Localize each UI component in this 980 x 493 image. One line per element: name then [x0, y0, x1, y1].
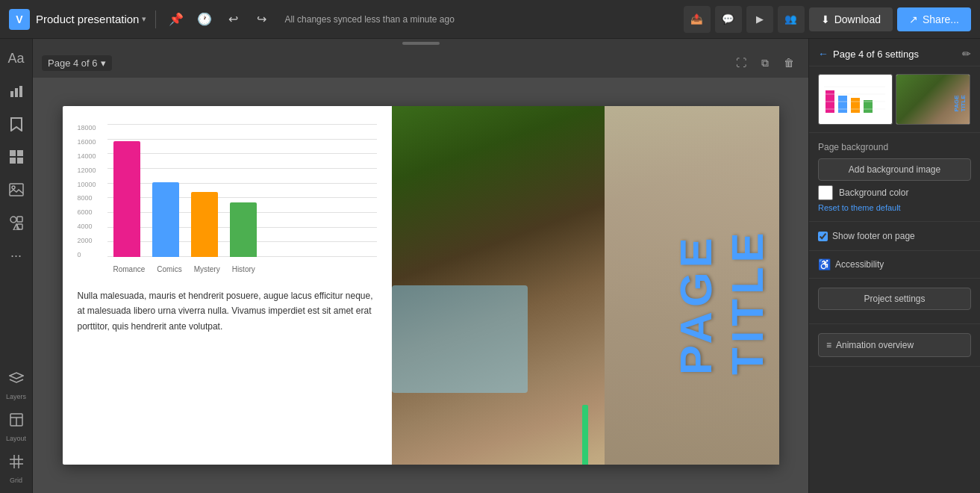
sidebar-item-bookmark[interactable]	[3, 111, 30, 137]
show-footer-checkbox[interactable]	[818, 232, 828, 241]
title-chevron-icon: ▾	[142, 14, 146, 24]
y-label-8000: 8000	[78, 194, 106, 202]
download-button[interactable]: ⬇ Download	[809, 7, 893, 31]
redo-button[interactable]: ↪	[250, 8, 272, 31]
page-background-label: Page background	[818, 142, 971, 152]
grid-label: Grid	[10, 477, 22, 484]
svg-rect-21	[838, 96, 847, 113]
thumbnail-1[interactable]	[818, 74, 893, 125]
sidebar-item-image[interactable]	[3, 176, 30, 203]
divider-1	[155, 10, 156, 28]
thumbnail-title: PAGE TITLE	[953, 87, 967, 112]
show-footer-label: Show footer on page	[832, 231, 915, 241]
svg-rect-1	[15, 88, 18, 97]
animation-icon: ≡	[826, 340, 831, 350]
grid-icon[interactable]	[3, 448, 30, 475]
y-label-2000: 2000	[78, 237, 106, 244]
fullscreen-button[interactable]: ⛶	[731, 52, 752, 73]
show-footer-row: Show footer on page	[818, 231, 971, 241]
slide-body-text: Nulla malesuada, mauris et hendrerit pos…	[78, 288, 378, 334]
bookmark-icon[interactable]	[3, 111, 30, 137]
chart-plot-area	[107, 124, 378, 257]
scroll-indicator	[33, 39, 808, 48]
x-label-comics: Comics	[157, 265, 181, 273]
sync-status: All changes synced less than a minute ag…	[284, 14, 677, 25]
download-icon: ⬇	[821, 13, 830, 25]
reset-to-theme-default-link[interactable]: Reset to theme default	[818, 203, 971, 212]
sidebar-item-layout[interactable]: Layout	[3, 406, 30, 442]
sidebar-item-layout-grid[interactable]	[3, 143, 30, 170]
slide[interactable]: 18000 16000 14000 12000 10000 8000 6000 …	[63, 106, 779, 465]
svg-point-9	[10, 217, 16, 223]
main-layout: Aa ···	[0, 39, 980, 493]
share-label: Share...	[923, 13, 959, 25]
publish-icon-button[interactable]: 📤	[684, 6, 711, 33]
background-color-swatch[interactable]	[818, 185, 833, 200]
thumbnail-2[interactable]: PAGE TITLE	[896, 74, 970, 125]
y-axis: 18000 16000 14000 12000 10000 8000 6000 …	[78, 124, 106, 258]
slide-photo-area: PAGE TITLE	[392, 106, 778, 465]
pin-button[interactable]: 📌	[165, 8, 187, 31]
add-background-image-button[interactable]: Add background image	[818, 158, 971, 181]
sidebar-item-text[interactable]: Aa	[3, 45, 30, 72]
x-label-comics-group: Comics	[157, 265, 181, 273]
project-settings-button[interactable]: Project settings	[818, 288, 971, 310]
svg-rect-2	[19, 86, 22, 97]
sidebar-item-layers[interactable]: Layers	[3, 365, 30, 400]
layout-grid-icon[interactable]	[3, 143, 30, 170]
share-button[interactable]: ↗ Share...	[897, 7, 971, 31]
show-footer-section: Show footer on page	[809, 222, 980, 251]
slide-left-panel: 18000 16000 14000 12000 10000 8000 6000 …	[63, 106, 393, 465]
x-label-romance: Romance	[113, 265, 146, 273]
y-label-6000: 6000	[78, 208, 106, 216]
y-label-0: 0	[78, 251, 106, 258]
presentation-title-group[interactable]: Product presentation ▾	[36, 13, 146, 25]
sidebar-item-elements[interactable]	[3, 209, 30, 236]
bar-history-rect	[230, 202, 257, 257]
svg-rect-3	[10, 150, 16, 156]
svg-rect-10	[17, 217, 22, 222]
collaborators-button[interactable]: 👥	[778, 6, 805, 33]
sidebar-item-analytics[interactable]	[3, 78, 30, 105]
history-button[interactable]: 🕐	[193, 8, 216, 31]
comments-button[interactable]: 💬	[715, 6, 742, 33]
layers-icon[interactable]	[3, 365, 30, 391]
svg-rect-7	[10, 184, 23, 196]
delete-page-button[interactable]: 🗑	[778, 52, 799, 73]
undo-button[interactable]: ↩	[222, 8, 244, 31]
more-icon[interactable]: ···	[3, 242, 30, 269]
x-axis-labels: Romance Comics Mystery History	[107, 265, 378, 273]
accessibility-row[interactable]: ♿ Accessibility	[809, 251, 980, 279]
bar-comics	[152, 182, 179, 257]
bar-mystery-rect	[191, 192, 218, 257]
layout-icon[interactable]	[3, 406, 30, 433]
animation-section: ≡ Animation overview	[809, 324, 980, 367]
right-panel-title: Page 4 of 6 settings	[833, 49, 919, 60]
x-label-history: History	[232, 265, 255, 273]
text-icon[interactable]: Aa	[3, 45, 30, 72]
svg-rect-22	[851, 98, 860, 113]
animation-overview-button[interactable]: ≡ Animation overview	[818, 333, 971, 357]
accessibility-icon: ♿	[818, 258, 831, 270]
topbar: V Product presentation ▾ 📌 🕐 ↩ ↪ All cha…	[0, 0, 980, 39]
sidebar-item-grid[interactable]: Grid	[3, 448, 30, 484]
bar-romance	[113, 141, 140, 257]
share-icon: ↗	[909, 13, 918, 25]
back-button[interactable]: ←	[818, 48, 828, 60]
right-panel: ← Page 4 of 6 settings ✏	[808, 39, 980, 493]
svg-rect-5	[10, 158, 16, 164]
chart-bars-row	[107, 141, 378, 257]
present-button[interactable]: ▶	[746, 6, 773, 33]
sidebar-item-more[interactable]: ···	[3, 242, 30, 269]
image-icon[interactable]	[3, 176, 30, 203]
page-chevron-icon: ▾	[101, 58, 106, 69]
sky-detail	[392, 285, 527, 393]
project-settings-section: Project settings	[809, 279, 980, 324]
page-indicator[interactable]: Page 4 of 6 ▾	[42, 55, 112, 71]
analytics-icon[interactable]	[3, 78, 30, 105]
duplicate-page-button[interactable]: ⧉	[755, 52, 775, 73]
x-label-romance-group: Romance	[113, 265, 146, 273]
bar-comics-rect	[152, 182, 179, 257]
elements-icon[interactable]	[3, 209, 30, 236]
edit-icon[interactable]: ✏	[962, 48, 971, 60]
